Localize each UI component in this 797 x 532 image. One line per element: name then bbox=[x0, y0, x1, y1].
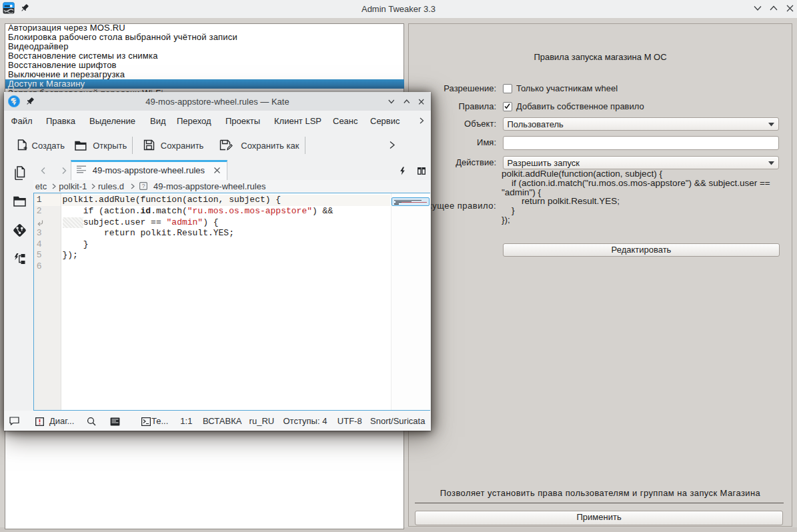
svg-text:?: ? bbox=[141, 183, 145, 189]
